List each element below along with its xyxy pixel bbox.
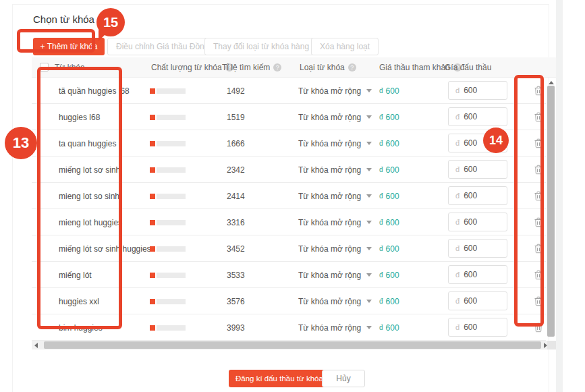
trash-icon[interactable] (533, 235, 544, 262)
quality-filled-segment (150, 299, 155, 304)
search-volume-cell: 1492 (227, 78, 245, 104)
keyword-cell: bim huggies (59, 314, 103, 341)
bid-input[interactable]: đ600 (448, 160, 507, 179)
currency-symbol: đ (455, 139, 459, 147)
table-row: tã quần huggies l68 1492 Từ khóa mở rộng… (32, 78, 546, 104)
quality-filled-segment (150, 273, 155, 278)
keyword-quality-bar (150, 209, 186, 235)
keyword-type-dropdown[interactable]: Từ khóa mở rộng (298, 262, 372, 288)
table-body: tã quần huggies l68 1492 Từ khóa mở rộng… (32, 78, 546, 341)
keyword-type-dropdown[interactable]: Từ khóa mở rộng (298, 104, 372, 130)
help-icon[interactable] (273, 63, 281, 72)
trash-icon[interactable] (533, 183, 544, 209)
quality-empty-segment (157, 167, 186, 173)
keyword-quality-bar (150, 104, 186, 130)
keyword-type-dropdown[interactable]: Từ khóa mở rộng (298, 183, 372, 209)
keyword-quality-bar (150, 130, 186, 157)
bid-input[interactable]: đ600 (448, 186, 507, 205)
keyword-quality-bar (150, 288, 186, 314)
keyword-type-dropdown[interactable]: Từ khóa mở rộng (298, 288, 372, 314)
chevron-down-icon (366, 89, 372, 92)
reference-bid-cell: đ600 (379, 130, 399, 157)
table-vertical-scrollbar[interactable] (547, 80, 555, 340)
horizontal-scroll-thumb[interactable] (44, 341, 541, 349)
currency-symbol: đ (455, 86, 459, 94)
quality-empty-segment (157, 115, 186, 120)
trash-icon[interactable] (533, 288, 544, 314)
search-volume-cell: 1666 (227, 130, 245, 157)
trash-icon[interactable] (533, 78, 544, 104)
keyword-type-dropdown[interactable]: Từ khóa mở rộng (298, 130, 372, 157)
reference-bid-cell: đ600 (379, 157, 399, 183)
bid-input[interactable]: đ600 (448, 265, 507, 284)
scroll-up-arrow-icon[interactable] (549, 81, 554, 84)
quality-empty-segment (157, 141, 186, 146)
table-header: Từ khóa Chất lượng từ khóa Tỉ lệ tìm kiế… (32, 57, 559, 78)
currency-symbol: đ (379, 192, 383, 200)
scroll-left-arrow-icon[interactable] (34, 343, 38, 348)
keyword-cell: tã quần huggies l68 (59, 78, 130, 104)
keyword-type-dropdown[interactable]: Từ khóa mở rộng (298, 157, 372, 183)
quality-filled-segment (150, 325, 155, 331)
chevron-down-icon (366, 326, 372, 329)
cancel-button[interactable]: Hủy (322, 370, 365, 387)
reference-bid-cell: đ600 (379, 314, 399, 341)
currency-symbol: đ (455, 271, 459, 279)
trash-icon[interactable] (533, 262, 544, 288)
register-bid-button[interactable]: Đăng kí đấu thầu từ khóa (229, 370, 330, 387)
keyword-cell: mieng lot so sinh (59, 183, 119, 209)
table-row: miếng lót 3533 Từ khóa mở rộng đ600 đ600 (32, 262, 546, 288)
browser-scrollbar-track[interactable] (556, 0, 563, 392)
currency-symbol: đ (379, 271, 383, 279)
keyword-quality-bar (150, 235, 186, 262)
bid-input[interactable]: đ600 (448, 239, 507, 258)
select-all-checkbox[interactable] (40, 63, 49, 72)
table-row: miếng lót sơ sinh huggies 3452 Từ khóa m… (32, 235, 546, 262)
trash-icon[interactable] (533, 314, 544, 341)
trash-icon[interactable] (533, 130, 544, 157)
vertical-scroll-thumb[interactable] (547, 86, 555, 337)
currency-symbol: đ (455, 244, 459, 252)
keyword-cell: huggies xxl (59, 288, 99, 314)
keyword-type-dropdown[interactable]: Từ khóa mở rộng (298, 78, 372, 104)
keyword-type-dropdown[interactable]: Từ khóa mở rộng (298, 314, 372, 341)
keyword-cell: miếng lot sơ sinh (59, 157, 120, 183)
quality-empty-segment (157, 194, 186, 199)
trash-icon[interactable] (533, 157, 544, 183)
currency-symbol: đ (379, 87, 383, 94)
header-keyword: Từ khóa (55, 57, 85, 78)
bid-input[interactable]: đ600 (448, 291, 507, 310)
bid-input[interactable]: đ600 (448, 213, 507, 231)
table-row: mieng lot so sinh 2414 Từ khóa mở rộng đ… (32, 183, 546, 209)
chevron-down-icon (366, 115, 372, 119)
quality-filled-segment (150, 167, 155, 173)
bid-input[interactable]: đ600 (448, 318, 507, 337)
header-bid: Gía đấu thầu (445, 57, 491, 78)
trash-icon[interactable] (533, 209, 544, 235)
bid-input[interactable]: đ600 (448, 81, 507, 100)
search-volume-cell: 3316 (227, 209, 245, 235)
keyword-cell: miếng lót (59, 262, 92, 288)
keyword-quality-bar (150, 314, 186, 341)
currency-symbol: đ (455, 192, 459, 200)
trash-icon[interactable] (533, 104, 544, 130)
currency-symbol: đ (379, 245, 383, 252)
header-keyword-type: Loại từ khóa (300, 57, 356, 78)
bulk-delete-button[interactable]: Xóa hàng loạt (311, 38, 379, 55)
currency-symbol: đ (379, 140, 383, 147)
currency-symbol: đ (379, 113, 383, 121)
keyword-type-dropdown[interactable]: Từ khóa mở rộng (298, 235, 372, 262)
keyword-type-dropdown[interactable]: Từ khóa mở rộng (298, 209, 372, 235)
quality-filled-segment (150, 246, 155, 252)
currency-symbol: đ (455, 297, 459, 305)
chevron-down-icon (366, 300, 372, 303)
table-row: mieng lot huggies 3316 Từ khóa mở rộng đ… (32, 209, 546, 235)
keyword-cell: ta quan huggies (59, 130, 116, 157)
add-keyword-button[interactable]: + Thêm từ khóa (33, 38, 105, 55)
table-horizontal-scrollbar[interactable] (32, 341, 558, 349)
bid-input[interactable]: đ600 (448, 134, 507, 152)
search-volume-cell: 3993 (227, 314, 245, 341)
help-icon[interactable] (348, 63, 356, 72)
currency-symbol: đ (379, 324, 383, 331)
bid-input[interactable]: đ600 (448, 107, 507, 126)
